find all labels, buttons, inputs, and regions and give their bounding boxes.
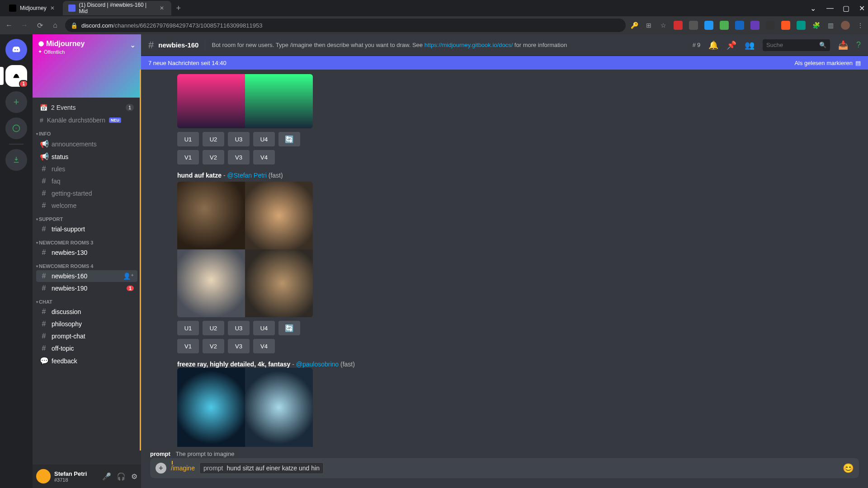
deafen-icon[interactable]: 🎧 (117, 472, 126, 481)
category-support[interactable]: ▾SUPPORT (33, 212, 141, 223)
close-icon[interactable]: ✕ (160, 5, 166, 11)
topic-link[interactable]: https://midjourney.gitbook.io/docs/ (425, 42, 513, 48)
generated-image[interactable] (177, 249, 245, 317)
channel-list[interactable]: 📅 2 Events 1 # Kanäle durchstöbern NEU ▾… (33, 98, 141, 465)
extensions-icon[interactable]: 🧩 (812, 21, 820, 29)
extension-icon[interactable] (735, 21, 744, 30)
extension-icon[interactable] (766, 21, 775, 30)
server-banner[interactable]: Midjourney ✦Öffentlich ⌄ (33, 34, 141, 98)
extension-icon[interactable] (750, 21, 760, 30)
server-midjourney[interactable]: 1 (5, 65, 27, 87)
extension-icon[interactable] (797, 21, 806, 30)
help-icon[interactable]: ? (856, 40, 861, 50)
upscale-4-button[interactable]: U4 (253, 132, 275, 146)
channel-welcome[interactable]: #welcome (36, 200, 137, 211)
reload-button[interactable]: ⟳ (34, 20, 45, 31)
generated-image[interactable] (245, 74, 313, 128)
explore-button[interactable] (5, 117, 27, 139)
search-input[interactable]: Suche 🔍 (763, 39, 830, 51)
browser-tab-discord[interactable]: (1) Discord | #newbies-160 | Mid ✕ (63, 1, 171, 15)
upscale-1-button[interactable]: U1 (177, 321, 199, 335)
variation-4-button[interactable]: V4 (253, 150, 275, 164)
home-button[interactable]: ⌂ (50, 20, 61, 31)
key-icon[interactable]: 🔑 (630, 21, 638, 29)
user-info[interactable]: Stefan Petri #3718 (54, 470, 99, 483)
category-newcomer3[interactable]: ▾NEWCOMER ROOMS 3 (33, 235, 141, 246)
reroll-button[interactable]: 🔄 (278, 321, 300, 335)
attach-button[interactable]: + (156, 463, 166, 474)
reroll-button[interactable]: 🔄 (278, 132, 300, 146)
menu-icon[interactable]: ⋮ (856, 21, 864, 29)
add-server-button[interactable]: + (5, 91, 27, 113)
extension-icon[interactable] (674, 21, 683, 30)
channel-status[interactable]: 📢status (36, 150, 137, 163)
upscale-4-button[interactable]: U4 (253, 321, 275, 335)
close-icon[interactable]: ✕ (859, 4, 864, 13)
param-box[interactable]: prompt hund sitzt auf einer katze und hi… (199, 462, 324, 474)
mark-read-button[interactable]: Als gelesen markieren ▤ (794, 60, 861, 66)
notifications-icon[interactable]: 🔔 (708, 40, 718, 50)
variation-1-button[interactable]: V1 (177, 150, 199, 164)
invite-icon[interactable]: 👤⁺ (123, 272, 134, 280)
mute-icon[interactable]: 🎤 (102, 472, 111, 481)
upscale-3-button[interactable]: U3 (228, 321, 250, 335)
channel-newbies-160[interactable]: #newbies-160👤⁺ (36, 270, 137, 282)
image-grid[interactable] (177, 182, 313, 317)
generated-image[interactable] (177, 74, 245, 128)
category-newcomer4[interactable]: ▾NEWCOMER ROOMS 4 (33, 259, 141, 270)
minimize-icon[interactable]: — (826, 4, 832, 13)
image-grid[interactable] (177, 368, 313, 447)
browser-tab-midjourney[interactable]: Midjourney ✕ (4, 1, 62, 15)
upscale-2-button[interactable]: U2 (203, 132, 224, 146)
chevron-down-icon[interactable]: ⌄ (130, 41, 136, 49)
back-button[interactable]: ← (4, 20, 14, 31)
extension-icon[interactable] (689, 21, 698, 30)
variation-4-button[interactable]: V4 (253, 339, 275, 353)
url-bar[interactable]: 🔒 discord.com/channels/66226797698429747… (65, 19, 626, 32)
category-chat[interactable]: ▾CHAT (33, 295, 141, 305)
channel-newbies-130[interactable]: #newbies-130 (36, 247, 137, 258)
generated-image[interactable] (177, 368, 245, 447)
inbox-icon[interactable]: 📥 (838, 40, 848, 50)
variation-2-button[interactable]: V2 (203, 339, 224, 353)
variation-1-button[interactable]: V1 (177, 339, 199, 353)
channel-feedback[interactable]: 💬feedback (36, 355, 137, 367)
channel-getting-started[interactable]: #getting-started (36, 188, 137, 199)
channel-announcements[interactable]: 📢announcements (36, 138, 137, 150)
param-value[interactable]: hund sitzt auf einer katze und hin (227, 465, 320, 472)
channel-topic[interactable]: Bot room for new users. Type /imagine th… (212, 42, 567, 48)
sidepanel-icon[interactable]: ▥ (826, 21, 835, 29)
message-input[interactable]: + /imagine prompt hund sitzt auf einer k… (150, 458, 859, 478)
generated-image[interactable] (245, 368, 313, 447)
user-mention[interactable]: @Stefan Petri (227, 172, 266, 179)
close-icon[interactable]: ✕ (50, 5, 57, 11)
channel-off-topic[interactable]: #off-topic (36, 343, 137, 354)
events-row[interactable]: 📅 2 Events 1 (33, 101, 141, 114)
variation-3-button[interactable]: V3 (228, 150, 250, 164)
settings-icon[interactable]: ⚙ (131, 472, 137, 481)
upscale-1-button[interactable]: U1 (177, 132, 199, 146)
install-icon[interactable]: ⊞ (645, 21, 653, 29)
category-info[interactable]: ▾INFO (33, 127, 141, 137)
user-mention[interactable]: @paulosobrino (296, 361, 339, 368)
browse-channels[interactable]: # Kanäle durchstöbern NEU (33, 114, 141, 127)
channel-faq[interactable]: #faq (36, 175, 137, 187)
download-button[interactable] (5, 149, 27, 171)
channel-philosophy[interactable]: #philosophy (36, 318, 137, 330)
profile-avatar[interactable] (841, 21, 850, 30)
pinned-icon[interactable]: 📌 (726, 40, 736, 50)
star-icon[interactable]: ☆ (659, 21, 667, 29)
channel-rules[interactable]: #rules (36, 163, 137, 175)
upscale-2-button[interactable]: U2 (203, 321, 224, 335)
generated-image[interactable] (245, 249, 313, 317)
new-tab-button[interactable]: + (172, 2, 185, 14)
threads-button[interactable]: #9 (693, 42, 700, 48)
upscale-3-button[interactable]: U3 (228, 132, 250, 146)
discord-home[interactable] (5, 39, 27, 61)
channel-discussion[interactable]: #discussion (36, 306, 137, 318)
variation-3-button[interactable]: V3 (228, 339, 250, 353)
image-grid[interactable] (177, 74, 313, 128)
user-avatar[interactable] (36, 469, 51, 483)
channel-prompt-chat[interactable]: #prompt-chat (36, 330, 137, 342)
members-icon[interactable]: 👥 (745, 40, 755, 50)
